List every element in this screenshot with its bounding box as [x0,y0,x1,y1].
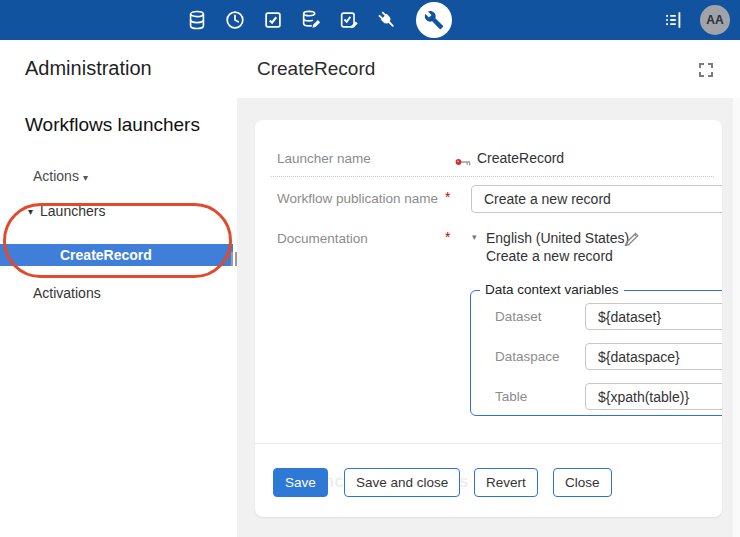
sidebar-title: Administration [25,57,152,80]
topbar-right-group: AA [662,0,730,40]
launcher-name-label: Launcher name [277,151,371,166]
data-context-fieldset: Data context variables Dataset Dataspace… [470,290,722,416]
table-input[interactable] [585,383,722,410]
top-navigation-bar: AA [0,0,740,40]
launchers-label: Launchers [40,203,105,219]
sidebar-item-create-record[interactable]: CreateRecord [0,244,233,266]
scrollbar-track[interactable] [733,98,740,537]
sidebar: Administration Workflows launchers Actio… [0,40,237,537]
sidebar-section-title: Workflows launchers [25,114,200,136]
dataset-label: Dataset [495,309,542,324]
edit-pencil-icon[interactable] [623,228,641,246]
page-title: CreateRecord [257,58,375,80]
actions-dropdown[interactable]: Actions▾ [33,168,88,184]
locale-collapse-icon[interactable]: ▾ [472,232,477,242]
clock-icon[interactable] [224,9,246,31]
fullscreen-icon[interactable] [697,61,715,79]
screen: AA Administration Workflows launchers Ac… [0,0,740,537]
documentation-text: Create a new record [486,248,613,264]
dataspace-label: Dataspace [495,349,560,364]
topbar-icon-group [186,0,452,40]
save-and-close-button[interactable]: Save and close [344,468,460,497]
create-record-label: CreateRecord [60,247,152,263]
checklist-edit-icon[interactable] [338,9,360,31]
save-button[interactable]: Save [273,468,328,497]
database-icon[interactable] [186,9,208,31]
revert-button[interactable]: Revert [474,468,538,497]
launcher-name-value: CreateRecord [477,150,564,166]
sidebar-item-activations[interactable]: Activations [0,282,233,304]
data-context-legend: Data context variables [480,282,624,297]
form-card: Launcher name CreateRecord Workflow publ… [255,120,722,517]
tasks-icon[interactable] [262,9,284,31]
actions-label: Actions [33,168,79,184]
activations-label: Activations [33,285,101,301]
primary-key-icon [454,154,472,172]
required-marker: * [445,229,450,245]
perspective-icon[interactable] [662,9,684,31]
documentation-locale: English (United States) [486,230,629,246]
row-separator [271,176,714,177]
dataspace-input[interactable] [585,343,722,370]
user-avatar[interactable]: AA [700,5,730,35]
close-button[interactable]: Close [553,468,612,497]
wrench-icon[interactable] [416,2,452,38]
workflow-publication-name-label: Workflow publication name [277,191,438,206]
workflow-publication-name-input[interactable] [471,185,722,213]
plug-icon[interactable] [376,9,398,31]
documentation-label: Documentation [277,231,368,246]
database-edit-icon[interactable] [300,9,322,31]
chevron-down-icon: ▾ [83,172,88,183]
required-marker: * [445,189,450,205]
table-label: Table [495,389,527,404]
tree-expand-icon[interactable]: ▾ [28,206,33,217]
dataset-input[interactable] [585,303,722,330]
button-bar-separator [255,443,722,444]
content-panel: Launcher name CreateRecord Workflow publ… [237,98,740,537]
sidebar-item-launchers[interactable]: ▾ Launchers [0,200,233,222]
